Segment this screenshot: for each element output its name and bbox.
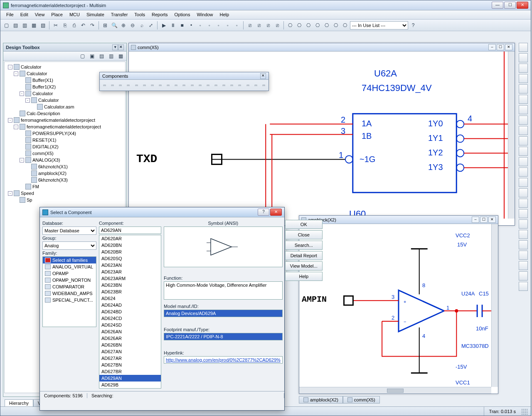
toolbar-button[interactable]: ▥ xyxy=(20,21,29,30)
menu-options[interactable]: Options xyxy=(171,10,194,19)
component-item[interactable]: AD624BD xyxy=(99,308,161,315)
instrument-button[interactable] xyxy=(519,167,528,177)
instrument-button[interactable] xyxy=(519,219,528,229)
tree-node[interactable]: Calc-Description xyxy=(12,110,123,117)
dialog-titlebar[interactable]: Select a Component ? ✕ xyxy=(40,207,284,217)
instrument-button[interactable] xyxy=(519,147,528,156)
maximize-button[interactable]: ☐ xyxy=(504,2,516,9)
palette-tool[interactable]: ⎓ xyxy=(157,81,164,89)
toolbar-button[interactable]: ⎚ xyxy=(273,21,281,30)
palette-tool[interactable]: ⎓ xyxy=(244,81,251,89)
component-item[interactable]: AD629B xyxy=(99,382,161,388)
palette-tool[interactable]: ⎓ xyxy=(204,81,212,89)
instrument-button[interactable] xyxy=(519,105,528,114)
toolbar-button[interactable]: ⤢ xyxy=(147,21,155,30)
mdi-max[interactable]: ☐ xyxy=(480,217,488,223)
group-select[interactable]: Analog xyxy=(42,241,96,250)
menu-simulate[interactable]: Simulate xyxy=(83,10,108,19)
tree-node[interactable]: comm(X5) xyxy=(18,150,123,157)
toolbar-button[interactable]: ▢ xyxy=(2,21,10,30)
instrument-button[interactable] xyxy=(519,126,528,135)
minimize-button[interactable]: — xyxy=(492,2,503,9)
component-item[interactable]: AD624CD xyxy=(99,315,161,322)
palette-tool[interactable]: ⎓ xyxy=(220,81,227,89)
dock-header[interactable]: Design Toolbox ▾ ✕ xyxy=(3,43,126,52)
instrument-button[interactable] xyxy=(519,157,528,166)
component-item[interactable]: AD629AN xyxy=(99,375,161,382)
toolbar-button[interactable]: ⎔ xyxy=(286,21,294,30)
dock-tool[interactable]: ▦ xyxy=(116,52,125,60)
menu-help[interactable]: Help xyxy=(217,10,233,19)
component-item[interactable]: AD626BN xyxy=(99,342,161,348)
menu-tools[interactable]: Tools xyxy=(131,10,148,19)
dock-pin-icon[interactable]: ▾ xyxy=(112,44,118,50)
palette-tool[interactable]: ⎓ xyxy=(117,81,124,89)
help-button[interactable]: Help xyxy=(285,272,323,281)
doctab-comm[interactable]: comm(X5) xyxy=(343,396,380,404)
toolbar-button[interactable]: • xyxy=(187,21,195,30)
mdi-close[interactable]: ✕ xyxy=(488,217,496,223)
tree-node[interactable]: -Calculator xyxy=(24,97,123,103)
toolbar-button[interactable]: ■ xyxy=(178,21,186,30)
menu-window[interactable]: Window xyxy=(193,10,216,19)
toolbar-button[interactable]: ⎔ xyxy=(323,21,331,30)
palette-tool[interactable]: ⎓ xyxy=(149,81,156,89)
toolbar-button[interactable]: ⊖ xyxy=(128,21,137,30)
tree-node[interactable]: Sp xyxy=(12,197,123,203)
toolbar-button[interactable]: ✂ xyxy=(52,21,60,30)
tree-node[interactable]: -ANALOG(X3) xyxy=(18,157,123,163)
toolbar-button[interactable]: ▧ xyxy=(39,21,47,30)
toolbar-button[interactable]: ⎙ xyxy=(70,21,78,30)
component-item[interactable]: AD623AN xyxy=(99,262,161,268)
instrument-button[interactable] xyxy=(519,230,528,239)
palette-tool[interactable]: ⎓ xyxy=(109,81,116,89)
expand-icon[interactable]: - xyxy=(20,91,24,96)
instrument-button[interactable] xyxy=(519,74,528,83)
toolbar-button[interactable]: ⊕ xyxy=(119,21,128,30)
palette-tool[interactable]: ⎓ xyxy=(180,81,187,89)
help-button[interactable]: ? xyxy=(409,21,417,30)
mdi-header-ampblock[interactable]: ampblock(X2) – ☐ ✕ xyxy=(299,216,498,224)
component-item[interactable]: AD620SQ xyxy=(99,255,161,262)
palette-tool[interactable]: ⎓ xyxy=(197,81,204,89)
instrument-button[interactable] xyxy=(519,282,528,291)
menu-view[interactable]: View xyxy=(32,10,48,19)
instrument-button[interactable] xyxy=(519,240,528,249)
scrollbar-h[interactable] xyxy=(299,387,491,394)
component-item[interactable]: AD620BR xyxy=(99,249,161,255)
tree-node[interactable]: POWERSUPPLY(X4) xyxy=(18,130,123,137)
toolbar-button[interactable]: ◦ xyxy=(196,21,204,30)
toolbar-button[interactable]: ⎘ xyxy=(61,21,69,30)
component-input[interactable] xyxy=(99,226,161,234)
palette-tool[interactable]: ⎓ xyxy=(101,81,108,89)
toolbar-button[interactable]: ⎚ xyxy=(246,21,254,30)
expand-icon[interactable]: - xyxy=(8,191,12,196)
family-item[interactable]: OPAMP xyxy=(43,270,96,277)
toolbar-button[interactable]: ◦ xyxy=(214,21,223,30)
instrument-button[interactable] xyxy=(519,116,528,125)
instrument-button[interactable] xyxy=(519,95,528,104)
component-item[interactable]: AD623BN xyxy=(99,282,161,288)
toolbar-button[interactable]: ▦ xyxy=(30,21,38,30)
mdi-max[interactable]: ☐ xyxy=(497,44,504,50)
palette-tool[interactable]: ⎓ xyxy=(172,81,180,89)
dock-tool[interactable]: ▢ xyxy=(78,52,86,60)
view-model--button[interactable]: View Model... xyxy=(285,261,323,271)
expand-icon[interactable]: - xyxy=(20,158,24,162)
hyperlink-text[interactable]: http://www.analog.com/en/prod/0%2C2877%2… xyxy=(164,356,283,364)
tree-node[interactable]: 6khznotch(X3) xyxy=(24,177,123,183)
palette-close-icon[interactable]: ✕ xyxy=(260,73,266,79)
expand-icon[interactable]: - xyxy=(8,65,12,69)
component-item[interactable]: AD624AD xyxy=(99,302,161,308)
component-item[interactable]: AD627AN xyxy=(99,348,161,355)
mdi-header-comm[interactable]: comm(X5) – ☐ ✕ xyxy=(129,43,515,52)
toolbar-button[interactable]: ▤ xyxy=(11,21,20,30)
tab-hierarchy[interactable]: Hierarchy xyxy=(5,399,33,406)
mdi-close[interactable]: ✕ xyxy=(505,44,512,50)
menu-place[interactable]: Place xyxy=(48,10,66,19)
dock-tool[interactable]: ▤ xyxy=(97,52,106,60)
instrument-button[interactable] xyxy=(519,84,528,94)
palette-tool[interactable]: ⎓ xyxy=(228,81,235,89)
family-item[interactable]: SPECIAL_FUNCT... xyxy=(43,297,96,303)
instrument-button[interactable] xyxy=(519,178,528,187)
